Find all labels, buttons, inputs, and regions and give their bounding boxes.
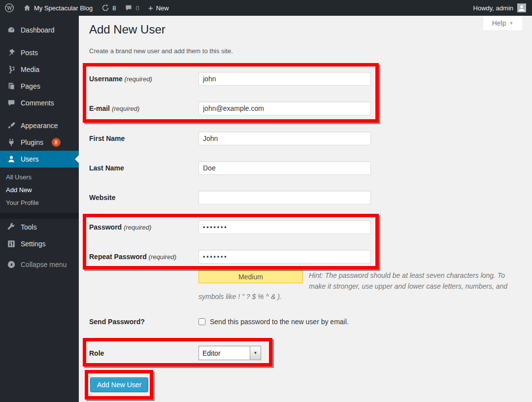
sidebar-item-label: Dashboard <box>21 26 55 34</box>
wordpress-logo-icon[interactable] <box>0 0 19 16</box>
sidebar-item-label: Collapse menu <box>21 261 66 268</box>
active-menu-arrow <box>75 155 79 163</box>
sidebar-item-users[interactable]: Users <box>0 151 79 168</box>
collapse-arrow-icon <box>7 260 16 269</box>
sidebar-item-label: Appearance <box>21 122 58 130</box>
required-note: (required) <box>125 75 152 83</box>
site-menu[interactable]: My Spectacular Blog <box>19 0 97 16</box>
updates-menu[interactable]: 8 <box>97 0 120 16</box>
admin-sidebar: Dashboard Posts Media Pages Comments <box>0 16 79 402</box>
paintbrush-icon <box>7 121 16 130</box>
first-name-row: First Name <box>89 132 371 145</box>
page-title: Add New User <box>89 23 166 36</box>
admin-avatar[interactable] <box>517 3 526 12</box>
wordpress-admin-window: My Spectacular Blog 8 0 + New Howdy, adm… <box>0 0 532 402</box>
wordpress-logo-icon <box>4 3 14 13</box>
help-label: Help <box>492 19 506 27</box>
email-label: E-mail (required) <box>89 104 199 112</box>
repeat-password-label: Repeat Password (required) <box>89 253 199 261</box>
website-row: Website <box>89 191 371 204</box>
last-name-row: Last Name <box>89 161 371 175</box>
required-note: (required) <box>124 224 151 231</box>
sidebar-item-posts[interactable]: Posts <box>0 44 79 61</box>
last-name-label: Last Name <box>89 164 199 172</box>
sidebar-item-label: Settings <box>21 240 46 248</box>
main-content: Help ▼ Add New User Create a brand new u… <box>79 16 532 402</box>
sidebar-item-label: Comments <box>21 99 54 107</box>
page-intro: Create a brand new user and add them to … <box>89 47 233 55</box>
update-icon <box>101 4 109 12</box>
role-select[interactable]: Editor ▼ <box>199 346 261 360</box>
submenu-item-your-profile[interactable]: Your Profile <box>0 196 79 209</box>
home-icon <box>23 4 31 12</box>
first-name-input[interactable] <box>199 132 371 145</box>
username-input[interactable] <box>199 72 371 86</box>
dropdown-arrow-icon: ▼ <box>250 346 261 360</box>
sidebar-item-settings[interactable]: Settings <box>0 235 79 252</box>
plugin-update-badge: 8 <box>52 138 61 147</box>
email-input[interactable] <box>199 101 371 115</box>
media-note-icon <box>7 65 16 74</box>
sidebar-item-label: Posts <box>21 49 38 57</box>
users-submenu: All Users Add New Your Profile <box>0 168 79 213</box>
repeat-password-input[interactable] <box>199 250 371 264</box>
password-label: Password (required) <box>89 223 199 231</box>
howdy-greeting[interactable]: Howdy, admin <box>473 4 517 12</box>
first-name-label: First Name <box>89 134 199 142</box>
add-new-user-button[interactable]: Add New User <box>90 377 148 392</box>
comment-bubble-icon <box>125 4 133 12</box>
plug-icon <box>7 138 16 147</box>
send-password-label: Send Password? <box>89 318 199 326</box>
sidebar-item-label: Media <box>21 66 39 73</box>
send-password-checkbox-label: Send this password to the new user by em… <box>210 318 349 326</box>
password-strength-meter: Medium <box>199 270 303 283</box>
website-input[interactable] <box>199 191 371 204</box>
username-row: Username (required) <box>89 72 371 86</box>
role-label: Role <box>89 349 199 357</box>
sidebar-item-tools[interactable]: Tools <box>0 219 79 235</box>
sidebar-item-label: Pages <box>21 82 40 90</box>
role-selected-value: Editor <box>199 349 250 357</box>
email-row: E-mail (required) <box>89 101 371 115</box>
update-count: 8 <box>112 4 116 12</box>
role-row: Role Editor ▼ <box>89 346 261 360</box>
sidebar-item-comments[interactable]: Comments <box>0 95 79 111</box>
sidebar-item-label: Tools <box>21 223 37 231</box>
comment-bubble-icon <box>7 99 16 107</box>
sidebar-item-dashboard[interactable]: Dashboard <box>0 22 79 38</box>
last-name-input[interactable] <box>199 161 371 175</box>
stacked-pages-icon <box>7 82 16 91</box>
send-password-row: Send Password? Send this password to the… <box>89 318 349 326</box>
password-row: Password (required) <box>89 220 371 234</box>
new-content-menu[interactable]: + New <box>144 0 173 16</box>
sidebar-item-appearance[interactable]: Appearance <box>0 117 79 134</box>
new-label: New <box>156 4 169 12</box>
send-password-checkbox[interactable] <box>199 318 205 325</box>
repeat-password-row: Repeat Password (required) <box>89 250 371 264</box>
comment-count: 0 <box>135 4 139 12</box>
required-note: (required) <box>112 105 139 112</box>
site-name: My Spectacular Blog <box>34 4 93 12</box>
chevron-down-icon: ▼ <box>509 21 513 26</box>
required-note: (required) <box>149 253 176 261</box>
admin-bar: My Spectacular Blog 8 0 + New Howdy, adm… <box>0 0 532 16</box>
person-icon <box>7 155 16 164</box>
sidebar-item-collapse-menu[interactable]: Collapse menu <box>0 256 79 273</box>
dashboard-gauge-icon <box>7 26 16 34</box>
sliders-icon <box>7 239 16 248</box>
plus-icon: + <box>148 4 153 12</box>
sidebar-item-label: Plugins <box>21 138 43 146</box>
submenu-item-all-users[interactable]: All Users <box>0 170 79 183</box>
sidebar-item-pages[interactable]: Pages <box>0 78 79 95</box>
help-button[interactable]: Help ▼ <box>483 16 522 31</box>
sidebar-item-plugins[interactable]: Plugins 8 <box>0 134 79 151</box>
comments-menu[interactable]: 0 <box>120 0 143 16</box>
password-input[interactable] <box>199 220 371 234</box>
wrench-icon <box>7 223 16 232</box>
username-label: Username (required) <box>89 75 199 83</box>
website-label: Website <box>89 194 199 201</box>
submenu-item-add-new[interactable]: Add New <box>0 183 79 196</box>
pushpin-icon <box>7 48 16 57</box>
sidebar-item-media[interactable]: Media <box>0 61 79 78</box>
sidebar-item-label: Users <box>21 155 39 163</box>
